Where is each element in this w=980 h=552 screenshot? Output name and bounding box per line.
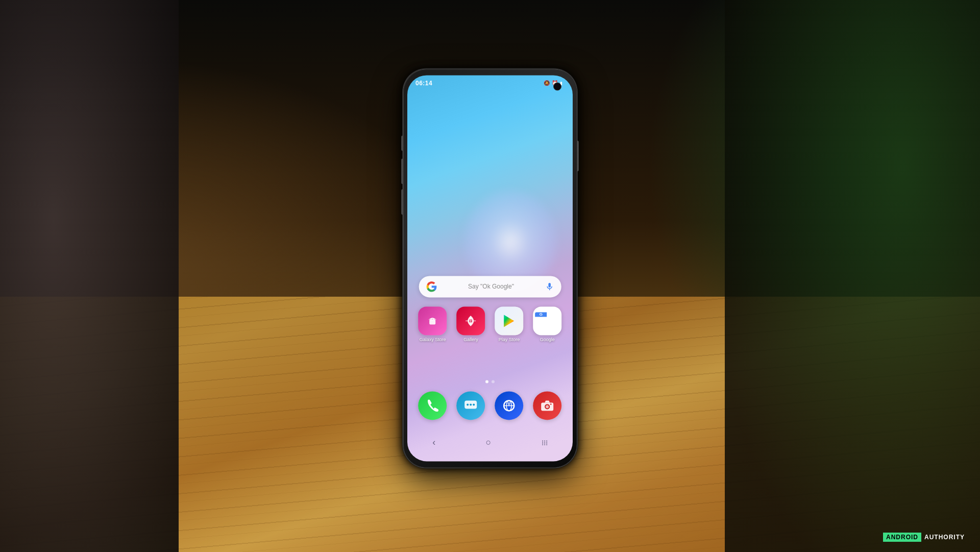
google-label: Google bbox=[540, 337, 555, 342]
svg-point-10 bbox=[473, 404, 475, 406]
app-item-google[interactable]: G Google bbox=[530, 306, 565, 342]
galaxy-store-label: Galaxy Store bbox=[420, 337, 446, 342]
phone-wrapper: 06:14 🔕 ⏰ ▮ Say "Ok Google" bbox=[403, 69, 577, 467]
mute-icon: 🔕 bbox=[544, 80, 550, 86]
right-plant bbox=[725, 0, 980, 552]
svg-point-8 bbox=[467, 404, 469, 406]
app-item-play-store[interactable]: Play Store bbox=[492, 306, 526, 342]
galaxy-store-icon bbox=[419, 306, 447, 335]
scene: 06:14 🔕 ⏰ ▮ Say "Ok Google" bbox=[0, 0, 980, 552]
samsung-internet-svg bbox=[501, 398, 517, 414]
dock-item-camera[interactable] bbox=[530, 392, 565, 420]
dot-2 bbox=[492, 380, 495, 383]
google-g-icon: G bbox=[535, 312, 547, 317]
app-item-gallery[interactable]: Gallery bbox=[454, 306, 488, 342]
volume-up-button bbox=[401, 158, 403, 184]
status-bar: 06:14 🔕 ⏰ ▮ bbox=[407, 75, 573, 91]
navigation-bar: ‹ ○ ⁞⁞⁞ bbox=[407, 433, 573, 453]
watermark: ANDROIDAUTHORITY bbox=[883, 533, 965, 542]
left-shadow bbox=[0, 0, 179, 552]
google-icon: G bbox=[533, 306, 561, 335]
phone-svg bbox=[425, 398, 440, 414]
microphone-icon bbox=[545, 282, 554, 291]
dock-item-messages[interactable] bbox=[454, 392, 488, 420]
dock-item-phone[interactable] bbox=[415, 392, 450, 420]
gallery-label: Gallery bbox=[463, 337, 478, 342]
svg-point-17 bbox=[546, 405, 549, 409]
dock bbox=[415, 392, 565, 420]
home-button[interactable]: ○ bbox=[486, 437, 492, 448]
watermark-authority: AUTHORITY bbox=[924, 534, 965, 541]
page-dots bbox=[485, 380, 495, 383]
power-button bbox=[577, 140, 579, 171]
camera-hole bbox=[553, 82, 561, 90]
camera-icon bbox=[533, 392, 561, 420]
svg-point-18 bbox=[550, 403, 552, 405]
google-search-bar[interactable]: Say "Ok Google" bbox=[419, 276, 561, 297]
recents-button[interactable]: ⁞⁞⁞ bbox=[542, 439, 548, 447]
play-store-icon bbox=[495, 306, 523, 335]
messages-icon bbox=[457, 392, 485, 420]
watermark-android: ANDROID bbox=[883, 533, 921, 542]
dock-item-samsung-internet[interactable] bbox=[492, 392, 526, 420]
galaxy-store-svg bbox=[425, 313, 441, 329]
play-store-svg bbox=[500, 311, 518, 330]
google-logo bbox=[426, 281, 437, 292]
svg-rect-2 bbox=[431, 318, 434, 320]
samsung-internet-icon bbox=[495, 392, 523, 420]
volume-down-button bbox=[401, 189, 403, 214]
gallery-svg bbox=[463, 313, 479, 329]
play-store-label: Play Store bbox=[499, 337, 520, 342]
camera-svg bbox=[540, 398, 555, 414]
gallery-icon bbox=[457, 306, 485, 335]
app-grid: Galaxy Store bbox=[415, 306, 565, 342]
svg-point-9 bbox=[470, 404, 472, 406]
app-item-galaxy-store[interactable]: Galaxy Store bbox=[415, 306, 450, 342]
svg-marker-15 bbox=[545, 401, 550, 403]
messages-svg bbox=[463, 398, 479, 414]
back-button[interactable]: ‹ bbox=[432, 437, 435, 448]
phone-screen: 06:14 🔕 ⏰ ▮ Say "Ok Google" bbox=[407, 75, 573, 461]
bixby-button bbox=[401, 135, 403, 151]
search-placeholder: Say "Ok Google" bbox=[442, 283, 541, 290]
phone-body: 06:14 🔕 ⏰ ▮ Say "Ok Google" bbox=[403, 69, 577, 467]
status-time: 06:14 bbox=[415, 80, 432, 87]
phone-icon bbox=[419, 392, 447, 420]
dot-1 bbox=[485, 380, 488, 383]
